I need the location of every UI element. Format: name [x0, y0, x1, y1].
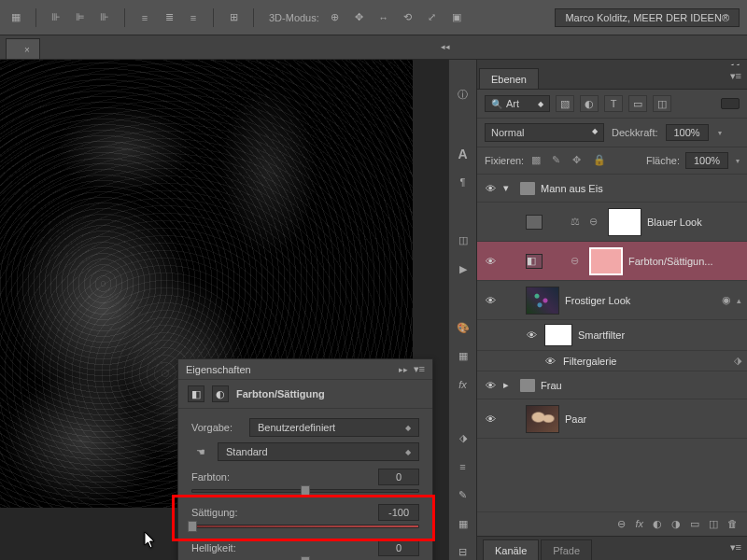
- opacity-flyout-icon[interactable]: ▾: [718, 129, 722, 137]
- saturation-slider[interactable]: [191, 525, 419, 528]
- filter-type-icon[interactable]: T: [604, 95, 623, 112]
- tab-paths[interactable]: Pfade: [541, 539, 592, 560]
- layer-thumb[interactable]: [526, 405, 559, 433]
- layer-group[interactable]: 👁 ▸ Frau: [477, 371, 747, 399]
- layer-row[interactable]: 👁 Frostiger Look ◉ ▴: [477, 281, 747, 320]
- align-icon[interactable]: ⊫: [72, 9, 89, 26]
- filter-adjust-icon[interactable]: ◐: [580, 95, 599, 112]
- mask-thumb[interactable]: [608, 208, 641, 236]
- fill-value[interactable]: 100%: [685, 152, 728, 169]
- visibility-icon[interactable]: 👁: [483, 256, 498, 267]
- adjustments-icon[interactable]: ⬗: [455, 431, 472, 447]
- styles-icon[interactable]: fx: [455, 377, 472, 393]
- layer-group[interactable]: 👁 ▾ Mann aus Eis: [477, 175, 747, 203]
- link-icon[interactable]: ⊖: [571, 255, 584, 267]
- layer-name[interactable]: Smartfilter: [578, 329, 741, 341]
- navigator-icon[interactable]: ▶: [455, 261, 472, 277]
- panel-menu-icon[interactable]: ▾≡: [730, 70, 741, 82]
- panel-menu-icon[interactable]: ▾≡: [414, 363, 425, 375]
- layer-name[interactable]: Blauer Look: [647, 217, 741, 228]
- layer-name[interactable]: Frostiger Look: [565, 295, 716, 306]
- panel-menu-icon[interactable]: ▾≡: [730, 541, 741, 553]
- mask-thumb[interactable]: [589, 247, 623, 275]
- hand-icon[interactable]: ☚: [191, 443, 210, 460]
- link-layers-icon[interactable]: ⊖: [617, 518, 626, 530]
- filter-shape-icon[interactable]: ▭: [628, 95, 647, 112]
- layer-name[interactable]: Farbton/Sättigun...: [628, 256, 741, 267]
- link-icon[interactable]: ⊖: [589, 216, 602, 228]
- mask-icon[interactable]: ◐: [212, 385, 229, 402]
- saturation-value[interactable]: -100: [378, 504, 419, 521]
- layer-row[interactable]: 👁 Smartfilter: [477, 320, 747, 351]
- chevron-icon[interactable]: ▴: [737, 296, 741, 305]
- new-layer-icon[interactable]: ◫: [709, 518, 718, 530]
- expand-icon[interactable]: ◂◂: [441, 42, 450, 51]
- layer-name[interactable]: Paar: [565, 413, 741, 425]
- lock-pixels-icon[interactable]: ✎: [552, 154, 567, 167]
- visibility-icon[interactable]: 👁: [524, 329, 539, 341]
- distribute-icon[interactable]: ≡: [136, 9, 153, 26]
- filter-toggle[interactable]: [721, 98, 740, 109]
- lightness-value[interactable]: 0: [378, 539, 419, 556]
- distribute-icon[interactable]: ≣: [161, 9, 177, 26]
- group-icon[interactable]: ▭: [690, 518, 699, 530]
- document-tab[interactable]: ×: [6, 38, 40, 59]
- layer-row[interactable]: ⚖ ⊖ Blauer Look: [477, 203, 747, 242]
- fx-icon[interactable]: fx: [635, 518, 643, 530]
- close-icon[interactable]: ×: [24, 45, 30, 55]
- move-icon[interactable]: ↔: [375, 9, 392, 26]
- color-icon[interactable]: 🎨: [455, 320, 472, 336]
- visibility-icon[interactable]: 👁: [483, 380, 498, 391]
- visibility-icon[interactable]: 👁: [483, 295, 498, 306]
- chevron-down-icon[interactable]: ▾: [503, 182, 514, 194]
- opacity-value[interactable]: 100%: [666, 124, 709, 141]
- lock-all-icon[interactable]: 🔒: [593, 154, 608, 167]
- hue-value[interactable]: 0: [378, 469, 419, 485]
- layer-thumb[interactable]: [526, 287, 559, 315]
- visibility-icon[interactable]: 👁: [483, 413, 498, 425]
- mask-icon[interactable]: ◐: [653, 518, 662, 530]
- fill-flyout-icon[interactable]: ▾: [736, 157, 740, 165]
- layer-name[interactable]: Frau: [541, 380, 741, 391]
- align-icon[interactable]: ⊪: [48, 9, 64, 26]
- chevron-right-icon[interactable]: ▸: [503, 379, 514, 391]
- filter-pixel-icon[interactable]: ▧: [556, 95, 574, 112]
- brushes-icon[interactable]: ✎: [455, 488, 472, 504]
- range-dropdown[interactable]: Standard◆: [218, 442, 419, 461]
- scale-icon[interactable]: ⤢: [424, 9, 441, 26]
- arrange-icon[interactable]: ⊞: [225, 9, 242, 26]
- lock-transparent-icon[interactable]: ▩: [531, 154, 546, 167]
- filter-type-dropdown[interactable]: 🔍Art◆: [485, 95, 550, 112]
- orbit-icon[interactable]: ⊕: [327, 9, 344, 26]
- hue-slider[interactable]: [191, 489, 419, 493]
- pan-icon[interactable]: ✥: [351, 9, 368, 26]
- tab-layers[interactable]: Ebenen: [479, 68, 539, 89]
- visibility-icon[interactable]: 👁: [483, 183, 498, 194]
- trash-icon[interactable]: 🗑: [727, 518, 738, 530]
- adjustment-icon[interactable]: ◧: [188, 385, 204, 402]
- layer-row[interactable]: 👁 Paar: [477, 399, 747, 439]
- user-info[interactable]: Marco Kolditz, MEER DER IDEEN®: [555, 8, 740, 27]
- lock-position-icon[interactable]: ✥: [572, 154, 587, 167]
- character-icon[interactable]: A: [455, 146, 472, 161]
- brushpresets-icon[interactable]: ≡: [455, 459, 472, 475]
- layer-name[interactable]: Mann aus Eis: [541, 183, 741, 194]
- actions-icon[interactable]: ▦: [455, 516, 472, 532]
- info-icon[interactable]: ⓘ: [455, 88, 472, 104]
- tool-icon[interactable]: ▦: [7, 9, 24, 26]
- histogram-icon[interactable]: ◫: [455, 233, 472, 249]
- layer-row[interactable]: 👁 ◧ ⊖ Farbton/Sättigun...: [477, 242, 747, 281]
- swatches-icon[interactable]: ▦: [455, 349, 472, 365]
- preset-dropdown[interactable]: Benutzerdefiniert◆: [249, 418, 419, 437]
- distribute-icon[interactable]: ≡: [185, 9, 202, 26]
- layer-row[interactable]: 👁 Filtergalerie ⬗: [477, 351, 747, 371]
- visibility-icon[interactable]: 👁: [543, 356, 557, 367]
- paragraph-icon[interactable]: ¶: [455, 175, 472, 190]
- collapse-icon[interactable]: ▸▸: [399, 365, 408, 374]
- filter-smart-icon[interactable]: ◫: [653, 95, 671, 112]
- filter-mask-thumb[interactable]: [544, 324, 572, 346]
- align-icon[interactable]: ⊪: [96, 9, 113, 26]
- layer-name[interactable]: Filtergalerie: [563, 356, 728, 367]
- adjustment-layer-icon[interactable]: ◑: [671, 518, 681, 530]
- rotate-icon[interactable]: ⟲: [400, 9, 416, 26]
